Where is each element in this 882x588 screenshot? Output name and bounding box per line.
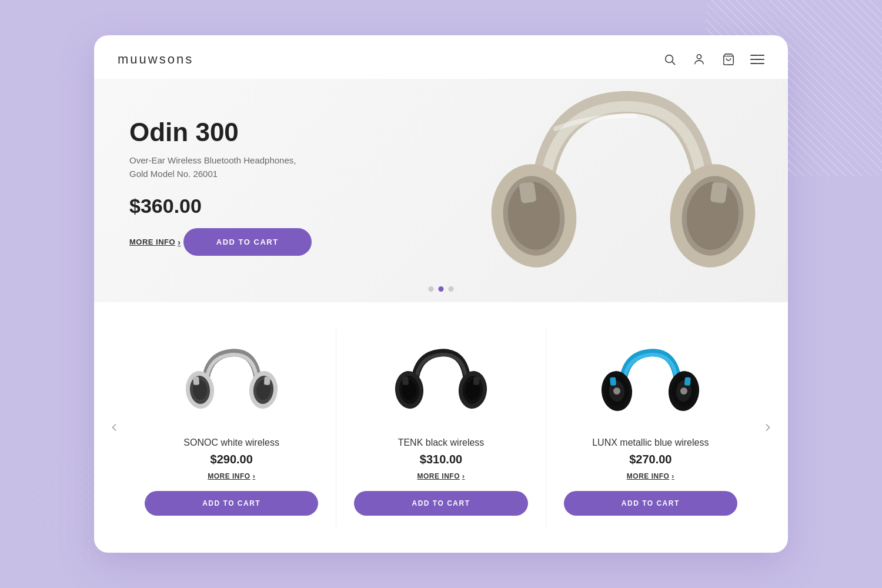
hero-headphone-svg <box>470 79 776 302</box>
svg-rect-18 <box>193 376 199 385</box>
svg-point-31 <box>613 387 620 395</box>
svg-point-35 <box>680 387 687 395</box>
slide-dot-2[interactable] <box>439 286 444 292</box>
svg-rect-36 <box>610 377 616 386</box>
svg-rect-10 <box>519 182 536 203</box>
product-more-info-sonoc[interactable]: MORE INFO › <box>208 472 255 480</box>
product-name-lunx: LUNX metallic blue wireless <box>592 437 709 448</box>
products-section: SONOC white wireless $290.00 MORE INFO ›… <box>94 302 788 553</box>
product-image-sonoc <box>179 334 285 428</box>
product-price-lunx: $270.00 <box>629 453 671 466</box>
add-to-cart-tenk-button[interactable]: ADD TO CART <box>354 491 527 516</box>
main-container: muuwsons Odin 300 Over-Ear Wireless Blue… <box>94 35 788 553</box>
product-name-sonoc: SONOC white wireless <box>183 437 279 448</box>
hero-content: Odin 300 Over-Ear Wireless Bluetooth Hea… <box>94 94 365 287</box>
cart-icon[interactable] <box>721 52 736 67</box>
slider-dots <box>429 286 454 292</box>
svg-point-0 <box>666 55 673 63</box>
menu-icon[interactable] <box>750 55 764 64</box>
svg-rect-27 <box>473 376 480 385</box>
slide-dot-3[interactable] <box>449 286 454 292</box>
hero-subtitle: Over-Ear Wireless Bluetooth Headphones, … <box>129 154 341 181</box>
hero-more-info-link[interactable]: MORE INFO › <box>129 238 181 247</box>
svg-rect-19 <box>263 376 270 385</box>
product-price-tenk: $310.00 <box>420 453 462 466</box>
svg-rect-11 <box>710 182 727 203</box>
products-grid: SONOC white wireless $290.00 MORE INFO ›… <box>94 328 788 527</box>
product-card-tenk: TENK black wireless $310.00 MORE INFO › … <box>336 328 546 527</box>
product-image-tenk <box>388 334 494 428</box>
logo: muuwsons <box>118 52 193 67</box>
hero-add-to-cart-button[interactable]: ADD TO CART <box>183 228 312 256</box>
hero-title: Odin 300 <box>129 118 341 147</box>
product-more-info-lunx[interactable]: MORE INFO › <box>627 472 674 480</box>
svg-rect-37 <box>684 377 691 386</box>
header: muuwsons <box>94 35 788 79</box>
next-arrow[interactable] <box>757 417 779 438</box>
chevron-icon: › <box>671 472 674 480</box>
svg-rect-26 <box>402 376 409 385</box>
svg-point-2 <box>697 55 701 59</box>
add-to-cart-sonoc-button[interactable]: ADD TO CART <box>145 491 318 516</box>
hero-section: Odin 300 Over-Ear Wireless Bluetooth Hea… <box>94 79 788 302</box>
chevron-icon: › <box>253 472 256 480</box>
product-price-sonoc: $290.00 <box>211 453 253 466</box>
product-card-sonoc: SONOC white wireless $290.00 MORE INFO ›… <box>127 328 336 527</box>
prev-arrow[interactable] <box>103 417 125 438</box>
hero-image <box>447 79 788 302</box>
product-more-info-tenk[interactable]: MORE INFO › <box>417 472 465 480</box>
add-to-cart-lunx-button[interactable]: ADD TO CART <box>564 491 737 516</box>
user-icon[interactable] <box>691 52 707 67</box>
product-name-tenk: TENK black wireless <box>398 437 485 448</box>
hero-price: $360.00 <box>129 195 341 218</box>
chevron-right-icon: › <box>178 238 181 247</box>
header-icons <box>662 52 764 67</box>
product-card-lunx: LUNX metallic blue wireless $270.00 MORE… <box>546 328 755 527</box>
chevron-icon: › <box>462 472 465 480</box>
slide-dot-1[interactable] <box>429 286 434 292</box>
search-icon[interactable] <box>662 52 677 67</box>
product-image-lunx <box>597 334 703 428</box>
svg-line-1 <box>672 62 675 65</box>
